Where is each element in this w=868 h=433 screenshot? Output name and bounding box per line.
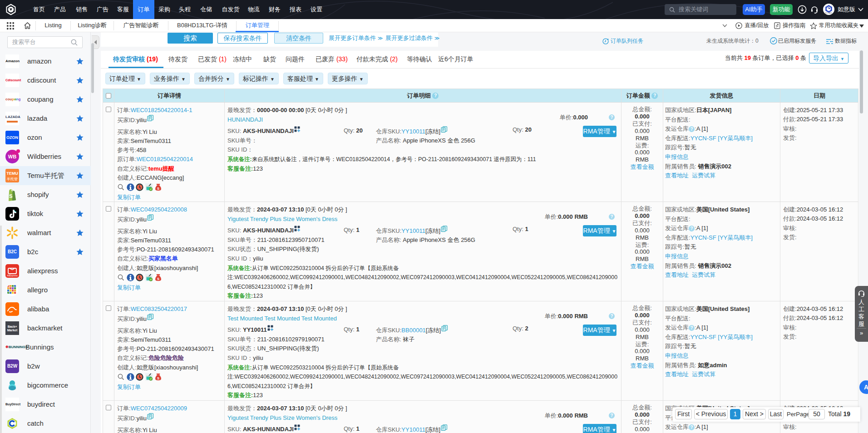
svg-text:AliExpress: AliExpress [7, 274, 18, 276]
svg-text:S: S [157, 277, 159, 281]
svg-text:S: S [9, 193, 12, 199]
svg-text:S: S [157, 376, 159, 380]
svg-text:S: S [157, 187, 159, 191]
